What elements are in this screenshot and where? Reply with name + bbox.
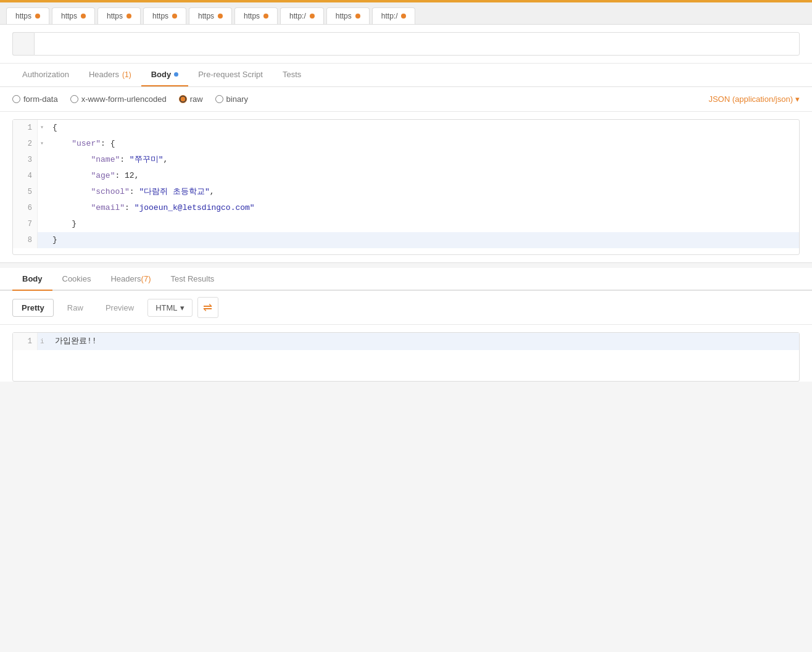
tab-label: https [198,12,214,20]
response-toolbar: Pretty Raw Preview HTML ▾ ⇌ [0,291,812,325]
radio-option-raw[interactable]: raw [179,94,203,104]
browser-tab-8[interactable]: http:/ [372,7,416,24]
req-tab-authorization[interactable]: Authorization [12,64,79,86]
radio-urlencoded[interactable] [70,95,78,103]
tab-label: https [336,12,352,20]
raw-button[interactable]: Raw [59,299,92,316]
req-tab-label: Tests [283,70,301,79]
code-line: 1▾{ [13,120,799,136]
code-line: 2▾ "user": { [13,136,799,152]
line-content: { [48,120,62,136]
radio-option-urlencoded[interactable]: x-www-form-urlencoded [70,94,167,104]
response-body: 1i가입완료!! [12,332,800,382]
line-gutter [38,184,48,188]
resp-tab-cookies[interactable]: Cookies [52,268,101,291]
req-tab-dot [174,72,178,77]
line-number: 6 [13,200,38,216]
browser-tab-6[interactable]: http:/ [280,7,324,24]
line-content: } [48,216,81,232]
radio-binary[interactable] [215,95,223,103]
resp-tab-label: Headers [110,274,141,283]
response-section: BodyCookiesHeaders(7)Test Results Pretty… [0,268,812,382]
line-content: "email": "jooeun_k@letsdingco.com" [48,200,260,216]
resp-line-icon: i [38,333,50,350]
line-content: "user": { [48,136,120,152]
browser-tab-2[interactable]: https [97,7,141,24]
tab-dot [310,14,315,19]
req-tab-badge: (1) [122,70,131,79]
line-number: 4 [13,168,38,184]
req-tab-label: Body [151,70,172,79]
json-chevron-icon: ▾ [795,94,800,104]
tab-dot [35,14,40,19]
code-line: 5 "school": "다람쥐 초등학교", [13,184,799,200]
resp-tab-label: Cookies [62,274,91,283]
line-gutter: ▾ [38,120,48,136]
radio-raw[interactable] [179,95,187,103]
resp-tab-headers[interactable]: Headers(7) [101,268,160,291]
browser-tab-3[interactable]: https [143,7,186,24]
resp-line-content: 가입완료!! [50,333,102,350]
tab-label: https [61,12,77,20]
browser-tab-0[interactable]: https [6,7,49,24]
browser-tab-1[interactable]: https [52,7,95,24]
response-tabs: BodyCookiesHeaders(7)Test Results [0,268,812,291]
resp-line-number: 1 [13,333,38,350]
browser-tab-5[interactable]: https [234,7,278,24]
code-line: 7 } [13,216,799,232]
resp-body-line: 1i가입완료!! [13,333,799,350]
code-editor[interactable]: 1▾{2▾ "user": {3 "name": "쭈꾸미",4 "age": … [12,119,800,255]
url-input[interactable] [34,32,800,56]
line-content: "age": 12, [48,168,144,184]
code-line: 3 "name": "쭈꾸미", [13,152,799,168]
browser-tabs: httpshttpshttpshttpshttpshttpshttp:/http… [0,2,812,25]
req-tab-label: Pre-request Script [198,70,263,79]
tab-label: https [15,12,31,20]
tab-dot [81,14,86,19]
wrap-button[interactable]: ⇌ [197,297,218,318]
tab-dot [172,14,177,19]
wrap-icon: ⇌ [203,301,212,314]
url-bar [0,25,812,64]
resp-tab-test-results[interactable]: Test Results [161,268,225,291]
tab-dot [355,14,360,19]
line-gutter [38,232,48,236]
req-tab-tests[interactable]: Tests [273,64,311,86]
resp-tab-label: Body [22,274,43,283]
json-type-selector[interactable]: JSON (application/json)▾ [708,94,800,104]
browser-tab-7[interactable]: https [326,7,370,24]
resp-tab-body[interactable]: Body [12,268,52,291]
radio-option-binary[interactable]: binary [215,94,248,104]
method-selector[interactable] [12,32,34,56]
pretty-button[interactable]: Pretty [12,299,54,317]
tab-dot [218,14,223,19]
line-content: } [48,232,62,248]
req-tab-prerequest[interactable]: Pre-request Script [188,64,273,86]
radio-form-data[interactable] [12,95,20,103]
tab-label: http:/ [289,12,306,20]
html-chevron-icon: ▾ [180,303,184,312]
line-gutter [38,168,48,172]
req-tab-headers[interactable]: Headers(1) [79,64,141,86]
resp-tab-badge: (7) [141,274,151,283]
radio-option-form-data[interactable]: form-data [12,94,58,104]
line-gutter [38,152,48,156]
html-type-selector[interactable]: HTML ▾ [147,299,192,317]
req-tab-body[interactable]: Body [141,64,189,86]
line-content: "school": "다람쥐 초등학교", [48,184,220,200]
line-number: 5 [13,184,38,200]
tab-label: https [107,12,123,20]
line-content: "name": "쭈꾸미", [48,152,173,168]
line-number: 7 [13,216,38,232]
html-type-label: HTML [155,303,177,312]
browser-tab-4[interactable]: https [189,7,232,24]
line-gutter: ▾ [38,136,48,152]
line-number: 3 [13,152,38,168]
body-options: form-datax-www-form-urlencodedrawbinaryJ… [0,87,812,112]
tab-label: https [244,12,260,20]
req-tab-label: Headers [89,70,119,79]
radio-label-raw: raw [190,94,203,104]
json-type-label: JSON (application/json) [708,94,793,104]
line-gutter [38,200,48,204]
preview-button[interactable]: Preview [97,299,143,316]
